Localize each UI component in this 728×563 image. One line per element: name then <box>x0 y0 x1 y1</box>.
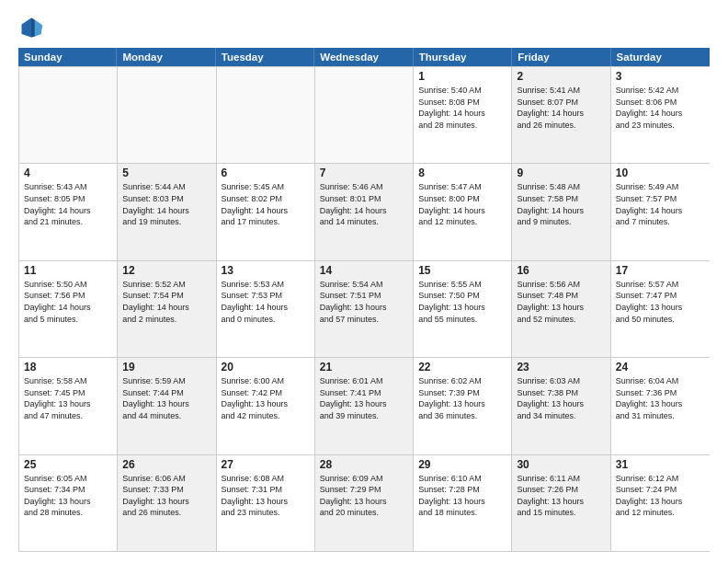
calendar: SundayMondayTuesdayWednesdayThursdayFrid… <box>18 48 710 552</box>
calendar-cell <box>19 67 118 163</box>
day-number: 21 <box>320 361 408 373</box>
day-number: 10 <box>616 167 705 179</box>
day-info: Sunrise: 5:45 AM Sunset: 8:02 PM Dayligh… <box>222 181 310 227</box>
day-info: Sunrise: 6:02 AM Sunset: 7:39 PM Dayligh… <box>418 375 506 421</box>
calendar-cell: 29Sunrise: 6:10 AM Sunset: 7:28 PM Dayli… <box>414 455 512 551</box>
day-number: 3 <box>616 70 705 83</box>
day-number: 20 <box>222 361 310 373</box>
day-number: 14 <box>320 264 408 277</box>
calendar-cell: 10Sunrise: 5:49 AM Sunset: 7:57 PM Dayli… <box>611 164 710 259</box>
day-info: Sunrise: 5:57 AM Sunset: 7:47 PM Dayligh… <box>616 279 705 325</box>
calendar-cell: 30Sunrise: 6:11 AM Sunset: 7:26 PM Dayli… <box>512 455 610 551</box>
calendar-header-cell: Monday <box>117 48 215 66</box>
calendar-cell: 28Sunrise: 6:09 AM Sunset: 7:29 PM Dayli… <box>315 455 414 551</box>
day-info: Sunrise: 5:52 AM Sunset: 7:54 PM Dayligh… <box>122 279 210 325</box>
day-info: Sunrise: 5:46 AM Sunset: 8:01 PM Dayligh… <box>320 181 408 227</box>
calendar-cell: 7Sunrise: 5:46 AM Sunset: 8:01 PM Daylig… <box>315 164 414 259</box>
day-info: Sunrise: 6:05 AM Sunset: 7:34 PM Dayligh… <box>24 473 112 519</box>
day-info: Sunrise: 6:11 AM Sunset: 7:26 PM Dayligh… <box>517 473 605 519</box>
day-info: Sunrise: 5:48 AM Sunset: 7:58 PM Dayligh… <box>517 181 605 227</box>
calendar-cell: 22Sunrise: 6:02 AM Sunset: 7:39 PM Dayli… <box>414 358 512 454</box>
calendar-header-cell: Sunday <box>18 48 117 66</box>
calendar-header-cell: Tuesday <box>216 48 314 66</box>
calendar-cell: 12Sunrise: 5:52 AM Sunset: 7:54 PM Dayli… <box>118 261 216 357</box>
day-number: 6 <box>222 167 310 179</box>
calendar-cell: 25Sunrise: 6:05 AM Sunset: 7:34 PM Dayli… <box>19 455 118 551</box>
day-number: 5 <box>122 167 210 179</box>
calendar-cell: 5Sunrise: 5:44 AM Sunset: 8:03 PM Daylig… <box>118 164 216 259</box>
day-info: Sunrise: 5:58 AM Sunset: 7:45 PM Dayligh… <box>24 375 112 421</box>
day-number: 18 <box>24 361 112 373</box>
day-info: Sunrise: 6:04 AM Sunset: 7:36 PM Dayligh… <box>616 375 705 421</box>
day-info: Sunrise: 5:56 AM Sunset: 7:48 PM Dayligh… <box>517 279 605 325</box>
day-number: 17 <box>616 264 705 277</box>
day-number: 15 <box>418 264 506 277</box>
svg-marker-2 <box>31 18 35 38</box>
day-info: Sunrise: 6:00 AM Sunset: 7:42 PM Dayligh… <box>222 375 310 421</box>
calendar-header-cell: Friday <box>512 48 610 66</box>
day-number: 11 <box>24 264 112 277</box>
day-number: 7 <box>320 167 408 179</box>
calendar-cell: 4Sunrise: 5:43 AM Sunset: 8:05 PM Daylig… <box>19 164 118 259</box>
day-info: Sunrise: 5:59 AM Sunset: 7:44 PM Dayligh… <box>122 375 210 421</box>
calendar-cell: 18Sunrise: 5:58 AM Sunset: 7:45 PM Dayli… <box>19 358 118 454</box>
day-number: 30 <box>517 458 605 471</box>
logo-icon <box>18 15 44 40</box>
day-number: 29 <box>418 458 506 471</box>
calendar-row: 11Sunrise: 5:50 AM Sunset: 7:56 PM Dayli… <box>19 260 710 357</box>
calendar-cell: 9Sunrise: 5:48 AM Sunset: 7:58 PM Daylig… <box>512 164 610 259</box>
calendar-cell: 1Sunrise: 5:40 AM Sunset: 8:08 PM Daylig… <box>414 67 512 163</box>
calendar-header: SundayMondayTuesdayWednesdayThursdayFrid… <box>18 48 710 66</box>
page: SundayMondayTuesdayWednesdayThursdayFrid… <box>0 0 728 563</box>
day-number: 24 <box>616 361 705 373</box>
calendar-cell: 20Sunrise: 6:00 AM Sunset: 7:42 PM Dayli… <box>217 358 315 454</box>
calendar-cell: 3Sunrise: 5:42 AM Sunset: 8:06 PM Daylig… <box>611 67 710 163</box>
calendar-cell: 14Sunrise: 5:54 AM Sunset: 7:51 PM Dayli… <box>315 261 414 357</box>
day-number: 16 <box>517 264 605 277</box>
day-info: Sunrise: 6:06 AM Sunset: 7:33 PM Dayligh… <box>122 473 210 519</box>
day-info: Sunrise: 5:49 AM Sunset: 7:57 PM Dayligh… <box>616 181 705 227</box>
day-info: Sunrise: 6:03 AM Sunset: 7:38 PM Dayligh… <box>517 375 605 421</box>
calendar-cell: 21Sunrise: 6:01 AM Sunset: 7:41 PM Dayli… <box>315 358 414 454</box>
day-info: Sunrise: 5:55 AM Sunset: 7:50 PM Dayligh… <box>418 279 506 325</box>
logo <box>18 15 50 40</box>
day-number: 26 <box>122 458 210 471</box>
calendar-cell: 15Sunrise: 5:55 AM Sunset: 7:50 PM Dayli… <box>414 261 512 357</box>
calendar-cell: 23Sunrise: 6:03 AM Sunset: 7:38 PM Dayli… <box>512 358 610 454</box>
day-number: 2 <box>517 70 605 83</box>
svg-marker-1 <box>35 19 43 36</box>
day-number: 19 <box>122 361 210 373</box>
calendar-row: 25Sunrise: 6:05 AM Sunset: 7:34 PM Dayli… <box>19 454 710 551</box>
calendar-cell <box>118 67 216 163</box>
calendar-cell: 24Sunrise: 6:04 AM Sunset: 7:36 PM Dayli… <box>611 358 710 454</box>
calendar-cell: 17Sunrise: 5:57 AM Sunset: 7:47 PM Dayli… <box>611 261 710 357</box>
day-number: 23 <box>517 361 605 373</box>
calendar-cell: 6Sunrise: 5:45 AM Sunset: 8:02 PM Daylig… <box>217 164 315 259</box>
day-number: 1 <box>418 70 506 83</box>
calendar-cell: 19Sunrise: 5:59 AM Sunset: 7:44 PM Dayli… <box>118 358 216 454</box>
day-number: 13 <box>222 264 310 277</box>
header <box>18 15 710 40</box>
day-info: Sunrise: 5:44 AM Sunset: 8:03 PM Dayligh… <box>122 181 210 227</box>
day-number: 25 <box>24 458 112 471</box>
calendar-row: 1Sunrise: 5:40 AM Sunset: 8:08 PM Daylig… <box>19 66 710 163</box>
day-info: Sunrise: 6:09 AM Sunset: 7:29 PM Dayligh… <box>320 473 408 519</box>
calendar-cell: 13Sunrise: 5:53 AM Sunset: 7:53 PM Dayli… <box>217 261 315 357</box>
day-number: 9 <box>517 167 605 179</box>
day-info: Sunrise: 6:01 AM Sunset: 7:41 PM Dayligh… <box>320 375 408 421</box>
day-number: 27 <box>222 458 310 471</box>
calendar-cell: 27Sunrise: 6:08 AM Sunset: 7:31 PM Dayli… <box>217 455 315 551</box>
calendar-cell: 26Sunrise: 6:06 AM Sunset: 7:33 PM Dayli… <box>118 455 216 551</box>
day-number: 31 <box>616 458 705 471</box>
calendar-cell: 16Sunrise: 5:56 AM Sunset: 7:48 PM Dayli… <box>512 261 610 357</box>
calendar-cell: 31Sunrise: 6:12 AM Sunset: 7:24 PM Dayli… <box>611 455 710 551</box>
day-info: Sunrise: 5:50 AM Sunset: 7:56 PM Dayligh… <box>24 279 112 325</box>
calendar-row: 18Sunrise: 5:58 AM Sunset: 7:45 PM Dayli… <box>19 357 710 454</box>
calendar-cell: 8Sunrise: 5:47 AM Sunset: 8:00 PM Daylig… <box>414 164 512 259</box>
day-info: Sunrise: 5:43 AM Sunset: 8:05 PM Dayligh… <box>24 181 112 227</box>
day-info: Sunrise: 5:54 AM Sunset: 7:51 PM Dayligh… <box>320 279 408 325</box>
day-info: Sunrise: 6:12 AM Sunset: 7:24 PM Dayligh… <box>616 473 705 519</box>
day-number: 4 <box>24 167 112 179</box>
day-number: 22 <box>418 361 506 373</box>
day-number: 28 <box>320 458 408 471</box>
